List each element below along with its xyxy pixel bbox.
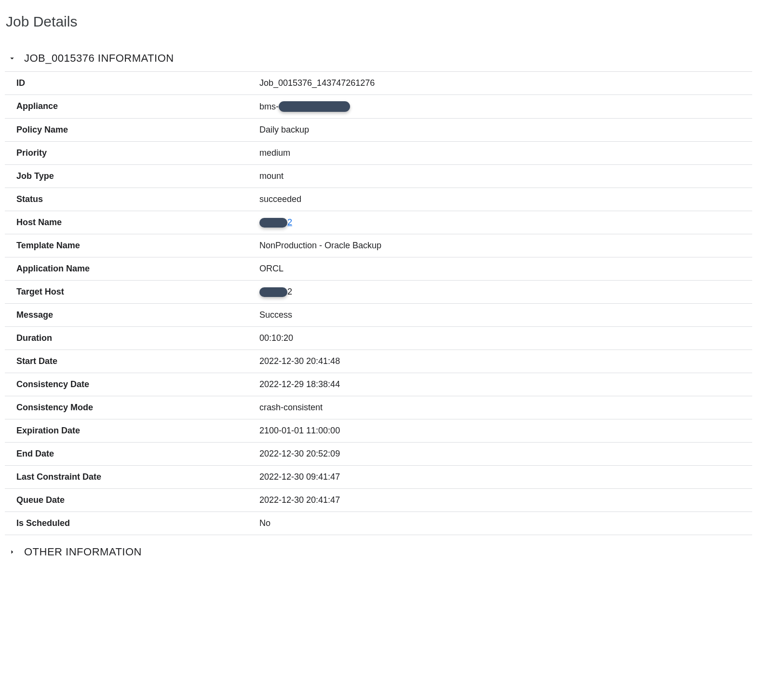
row-value: Daily backup — [259, 125, 752, 135]
appliance-prefix: bms- — [259, 102, 279, 112]
table-row-priority: Priority medium — [5, 142, 752, 165]
redacted-block — [259, 287, 287, 297]
row-label: Application Name — [5, 264, 259, 274]
row-value: 00:10:20 — [259, 333, 752, 343]
row-label: Is Scheduled — [5, 518, 259, 528]
row-value: mount — [259, 171, 752, 181]
table-row-consistency-mode: Consistency Mode crash-consistent — [5, 396, 752, 419]
row-value: No — [259, 518, 752, 528]
section-title: OTHER INFORMATION — [24, 546, 142, 558]
table-row-policy-name: Policy Name Daily backup — [5, 119, 752, 142]
row-value: Job_0015376_143747261276 — [259, 78, 752, 88]
redacted-block — [259, 218, 287, 228]
row-label: Duration — [5, 333, 259, 343]
row-label: Template Name — [5, 241, 259, 251]
row-label: ID — [5, 78, 259, 88]
section-job-information: JOB_0015376 INFORMATION ID Job_0015376_1… — [5, 50, 752, 535]
row-value: crash-consistent — [259, 403, 752, 413]
section-header-job-information[interactable]: JOB_0015376 INFORMATION — [5, 50, 752, 71]
job-info-table: ID Job_0015376_143747261276 Appliance bm… — [5, 71, 752, 535]
row-value: 2 — [259, 217, 752, 228]
page-title: Job Details — [6, 13, 752, 30]
row-label: Consistency Date — [5, 379, 259, 390]
row-value: 2022-12-29 18:38:44 — [259, 379, 752, 390]
row-value: 2 — [259, 287, 752, 297]
section-other-information: OTHER INFORMATION — [5, 544, 752, 565]
chevron-right-icon — [8, 548, 16, 556]
row-value: Success — [259, 310, 752, 320]
host-name-suffix: 2 — [287, 217, 292, 227]
host-name-link[interactable]: 2 — [259, 217, 292, 228]
row-label: Policy Name — [5, 125, 259, 135]
row-label: Message — [5, 310, 259, 320]
table-row-end-date: End Date 2022-12-30 20:52:09 — [5, 443, 752, 466]
chevron-down-icon — [8, 54, 16, 63]
row-value: 2022-12-30 20:52:09 — [259, 449, 752, 459]
row-label: End Date — [5, 449, 259, 459]
table-row-queue-date: Queue Date 2022-12-30 20:41:47 — [5, 489, 752, 512]
table-row-id: ID Job_0015376_143747261276 — [5, 72, 752, 95]
row-value: 2022-12-30 20:41:48 — [259, 356, 752, 366]
row-value: ORCL — [259, 264, 752, 274]
row-label: Job Type — [5, 171, 259, 181]
row-value: medium — [259, 148, 752, 158]
row-label: Start Date — [5, 356, 259, 366]
row-label: Target Host — [5, 287, 259, 297]
table-row-is-scheduled: Is Scheduled No — [5, 512, 752, 535]
redacted-block — [279, 101, 350, 112]
row-label: Queue Date — [5, 495, 259, 505]
row-value: 2022-12-30 09:41:47 — [259, 472, 752, 482]
row-value: 2100-01-01 11:00:00 — [259, 426, 752, 436]
target-host-suffix: 2 — [287, 287, 292, 297]
row-value: 2022-12-30 20:41:47 — [259, 495, 752, 505]
table-row-expiration-date: Expiration Date 2100-01-01 11:00:00 — [5, 419, 752, 443]
row-label: Status — [5, 194, 259, 204]
section-header-other-information[interactable]: OTHER INFORMATION — [5, 544, 752, 565]
row-label: Host Name — [5, 217, 259, 228]
table-row-consistency-date: Consistency Date 2022-12-29 18:38:44 — [5, 373, 752, 396]
section-title: JOB_0015376 INFORMATION — [24, 52, 174, 65]
row-label: Last Constraint Date — [5, 472, 259, 482]
table-row-duration: Duration 00:10:20 — [5, 327, 752, 350]
table-row-application-name: Application Name ORCL — [5, 257, 752, 281]
row-value: NonProduction - Oracle Backup — [259, 241, 752, 251]
table-row-template-name: Template Name NonProduction - Oracle Bac… — [5, 234, 752, 257]
row-value: succeeded — [259, 194, 752, 204]
table-row-message: Message Success — [5, 304, 752, 327]
table-row-target-host: Target Host 2 — [5, 281, 752, 304]
table-row-last-constraint-date: Last Constraint Date 2022-12-30 09:41:47 — [5, 466, 752, 489]
table-row-host-name: Host Name 2 — [5, 211, 752, 234]
table-row-job-type: Job Type mount — [5, 165, 752, 188]
row-label: Appliance — [5, 101, 259, 112]
row-label: Expiration Date — [5, 426, 259, 436]
table-row-start-date: Start Date 2022-12-30 20:41:48 — [5, 350, 752, 373]
table-row-appliance: Appliance bms- — [5, 95, 752, 119]
row-label: Consistency Mode — [5, 403, 259, 413]
row-value: bms- — [259, 101, 752, 112]
row-label: Priority — [5, 148, 259, 158]
table-row-status: Status succeeded — [5, 188, 752, 211]
